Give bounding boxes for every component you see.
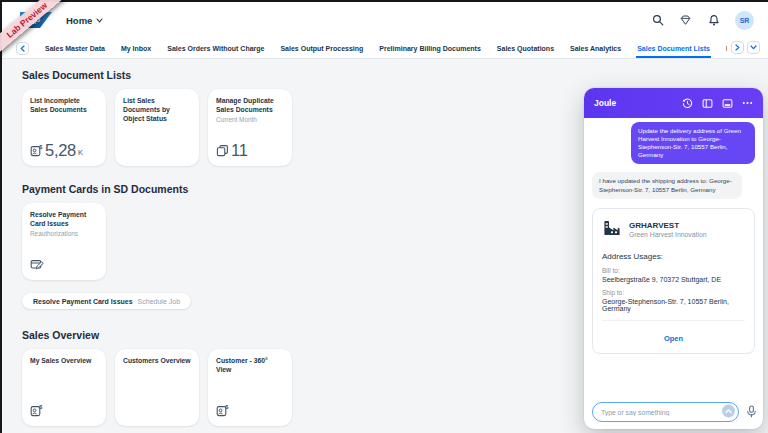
tile-subtitle: Reauthorizations — [30, 230, 98, 237]
sales-order-icon: $ — [216, 404, 229, 417]
kpi-value: 11 — [231, 142, 248, 159]
open-side-panel-icon[interactable] — [702, 98, 713, 109]
section-title-sales-document-lists: Sales Document Lists — [22, 69, 768, 81]
link-resolve-payment-card-issues-schedule-job[interactable]: Resolve Payment Card Issues Schedule Job — [22, 293, 191, 309]
tile-customers-overview[interactable]: Customers Overview — [115, 349, 199, 426]
joule-header-actions — [682, 98, 753, 109]
sales-order-icon: $ — [30, 404, 43, 417]
history-icon[interactable] — [682, 98, 693, 109]
tile-kpi — [30, 258, 44, 272]
tile-title: Customer - 360° View — [216, 357, 284, 375]
tile-resolve-payment-card-issues[interactable]: Resolve Payment Card Issues Reauthorizat… — [22, 203, 106, 280]
svg-text:$: $ — [39, 144, 43, 150]
home-title-label: Home — [66, 15, 92, 26]
joule-input-row — [592, 401, 757, 423]
business-partner-card: GRHARVEST Green Harvest Innovation Addre… — [592, 208, 755, 354]
tile-title: Resolve Payment Card Issues — [30, 211, 98, 229]
user-avatar[interactable]: SR — [735, 11, 754, 30]
tile-kpi: $ — [216, 404, 229, 418]
tabs-dropdown-button[interactable] — [747, 41, 760, 54]
screen-border-top — [0, 0, 768, 2]
sales-order-icon: $ — [30, 144, 43, 157]
send-button[interactable] — [722, 405, 735, 418]
shell-actions: SR — [651, 11, 754, 30]
joule-title: Joule — [594, 98, 616, 108]
tile-title: List Incomplete Sales Documents — [30, 97, 98, 115]
tab-sales-quotations[interactable]: Sales Quotations — [489, 38, 562, 58]
pill-secondary-label: Schedule Job — [138, 298, 180, 305]
tab-overflow-controls — [727, 41, 760, 54]
joule-assistant-panel: Joule Update the delivery address of Gre… — [584, 88, 763, 429]
bill-to-value: Seelbergstraße 9, 70372 Stuttgart, DE — [602, 276, 745, 283]
partner-name: Green Harvest Innovation — [629, 231, 706, 238]
duplicate-icon — [216, 144, 229, 157]
tile-subtitle: Current Month — [216, 116, 284, 123]
microphone-icon[interactable] — [745, 404, 757, 418]
notifications-bell-icon[interactable] — [707, 14, 720, 27]
joule-conversation: Update the delivery address of Green Har… — [584, 118, 763, 429]
factory-icon — [602, 218, 622, 242]
tile-my-sales-overview[interactable]: My Sales Overview $ — [22, 349, 106, 426]
joule-diamond-icon[interactable] — [679, 14, 692, 27]
tab-sales-master-data[interactable]: Sales Master Data — [37, 38, 113, 58]
tile-customer-360-view[interactable]: Customer - 360° View $ — [208, 349, 292, 426]
tabs-back-button[interactable] — [16, 42, 29, 55]
tile-title: My Sales Overview — [30, 357, 98, 366]
tile-title: Customers Overview — [123, 357, 191, 366]
kpi-unit: K — [78, 148, 83, 157]
tile-kpi: $ — [30, 404, 43, 418]
tile-list-sales-documents-by-object-status[interactable]: List Sales Documents by Object Status — [115, 89, 199, 166]
ship-to-label: Ship to: — [602, 289, 745, 296]
tab-my-inbox[interactable]: My Inbox — [113, 38, 159, 58]
partner-code: GRHARVEST — [629, 221, 706, 230]
ship-to-value: George-Stephenson-Str. 7, 10557 Berlin, … — [602, 298, 745, 312]
tile-kpi: $ 5,28 K — [30, 142, 83, 159]
tab-preliminary-billing-documents[interactable]: Preliminary Billing Documents — [371, 38, 489, 58]
joule-header: Joule — [584, 88, 763, 118]
search-icon[interactable] — [651, 14, 664, 27]
tile-title: List Sales Documents by Object Status — [123, 97, 191, 123]
tab-sales-analytics[interactable]: Sales Analytics — [562, 38, 629, 58]
card-footer: Open — [602, 320, 745, 347]
tab-sales-orders-without-charge[interactable]: Sales Orders Without Charge — [159, 38, 272, 58]
tab-sales-output-processing[interactable]: Sales Output Processing — [272, 38, 371, 58]
svg-text:$: $ — [225, 404, 229, 410]
address-usages-title: Address Usages: — [602, 252, 745, 261]
home-title-menu[interactable]: Home — [66, 15, 103, 26]
bill-to-label: Bill to: — [602, 267, 745, 274]
navigation-tab-bar: Sales Master Data My Inbox Sales Orders … — [2, 38, 768, 59]
joule-message-input[interactable] — [592, 402, 739, 422]
kpi-value: 5,28 — [45, 142, 76, 159]
dock-panel-icon[interactable] — [722, 98, 733, 109]
tile-list-incomplete-sales-documents[interactable]: List Incomplete Sales Documents $ 5,28 K — [22, 89, 106, 166]
screen-border-left — [0, 0, 2, 433]
tile-kpi: 11 — [216, 142, 248, 159]
tabs-forward-button[interactable] — [731, 41, 744, 54]
open-link[interactable]: Open — [664, 334, 683, 343]
svg-text:$: $ — [39, 404, 43, 410]
shell-header: SAP Home SR — [2, 2, 768, 38]
overflow-menu-icon[interactable] — [742, 98, 753, 109]
card-header: GRHARVEST Green Harvest Innovation — [602, 218, 745, 242]
pill-primary-label: Resolve Payment Card Issues — [33, 298, 133, 305]
assistant-message-bubble: I have updated the shipping address to: … — [592, 172, 742, 199]
user-message-bubble: Update the delivery address of Green Har… — [631, 122, 755, 164]
payment-card-edit-icon — [30, 258, 44, 271]
chevron-down-icon — [96, 18, 103, 23]
tab-sales-document-lists[interactable]: Sales Document Lists — [629, 38, 718, 58]
tile-title: Manage Duplicate Sales Documents — [216, 97, 284, 115]
tile-manage-duplicate-sales-documents[interactable]: Manage Duplicate Sales Documents Current… — [208, 89, 292, 166]
